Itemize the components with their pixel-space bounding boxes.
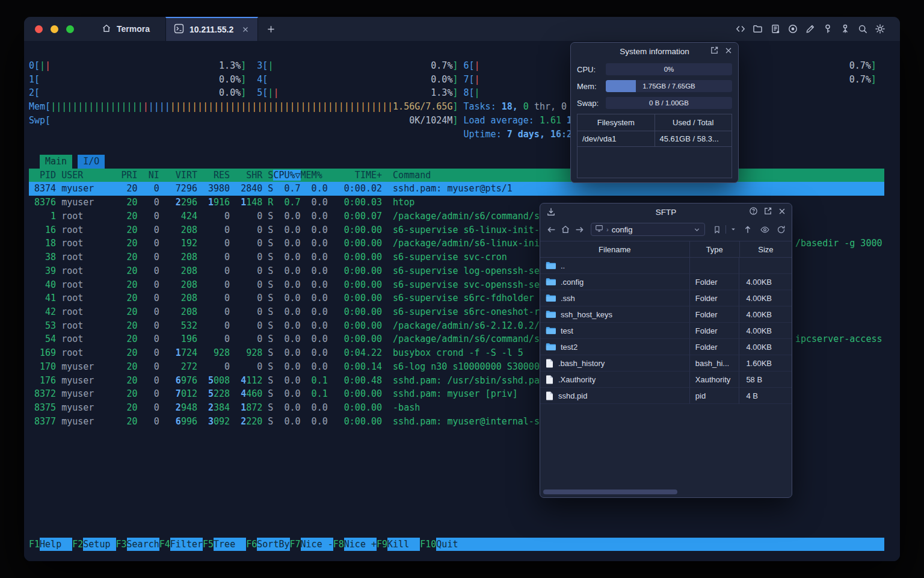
fkey-f4[interactable]: F4 xyxy=(159,538,170,551)
fkey-f1[interactable]: F1 xyxy=(29,538,40,551)
fkey-label-nice[interactable]: Nice + xyxy=(344,538,377,551)
horizontal-scrollbar[interactable] xyxy=(543,489,677,494)
type-column-header[interactable]: Type xyxy=(690,241,740,257)
filesystem-name: /dev/vda1 xyxy=(578,131,655,147)
file-name: ssh_host_keys xyxy=(561,310,612,319)
file-row[interactable]: test2Folder4.00KB xyxy=(540,339,792,355)
tab-termora-home[interactable]: Termora xyxy=(86,17,165,41)
file-row[interactable]: .sshFolder4.00KB xyxy=(540,290,792,306)
settings-icon[interactable] xyxy=(875,23,886,34)
fkey-label-kill[interactable]: Kill xyxy=(387,538,420,551)
new-tab-button[interactable] xyxy=(258,17,284,41)
htop-tab-main[interactable]: Main xyxy=(40,155,72,169)
show-hidden-eye-icon[interactable] xyxy=(760,225,770,235)
maximize-window-button[interactable] xyxy=(66,25,74,33)
folder-icon xyxy=(546,278,556,286)
cpu-usage-row: CPU: 0% xyxy=(577,63,732,75)
cpu-usage-bar: 0% xyxy=(606,63,732,75)
mem-usage-value: 1.75GB / 7.65GB xyxy=(606,80,732,92)
file-type: Folder xyxy=(690,339,740,355)
file-size: 4.00KB xyxy=(739,290,792,306)
fkey-f5[interactable]: F5 xyxy=(203,538,214,551)
fkey-f3[interactable]: F3 xyxy=(116,538,127,551)
htop-tab-io[interactable]: I/O xyxy=(78,155,105,169)
file-row[interactable]: .bash_historybash_hi...1.60KB xyxy=(540,355,792,371)
fkey-label-tree[interactable]: Tree xyxy=(214,538,246,551)
fkey-label-setup[interactable]: Setup xyxy=(83,538,116,551)
file-name: .ssh xyxy=(561,294,575,303)
close-icon[interactable] xyxy=(724,46,733,57)
system-information-title: System information xyxy=(620,47,689,56)
path-input[interactable]: › config xyxy=(591,223,705,236)
file-name: .. xyxy=(561,261,565,270)
file-icon xyxy=(546,391,553,400)
download-icon[interactable] xyxy=(546,204,556,220)
folder-icon xyxy=(546,343,556,351)
open-in-window-icon[interactable] xyxy=(763,207,772,217)
sort-column-cpu[interactable]: CPU%▽ xyxy=(273,170,300,181)
record-icon[interactable] xyxy=(787,23,798,34)
file-row[interactable]: ssh_host_keysFolder4.00KB xyxy=(540,306,792,323)
open-in-window-icon[interactable] xyxy=(710,46,719,57)
file-row[interactable]: .. xyxy=(540,258,792,274)
fkey-f9[interactable]: F9 xyxy=(377,538,387,551)
file-name: .bash_history xyxy=(558,359,605,368)
filesystem-column-header[interactable]: Filesystem xyxy=(578,114,655,131)
file-name: test2 xyxy=(561,343,578,352)
size-column-header[interactable]: Size xyxy=(740,241,792,257)
notes-icon[interactable] xyxy=(770,23,781,34)
home-icon xyxy=(102,23,111,35)
filename-column-header[interactable]: Filename xyxy=(540,241,690,257)
refresh-icon[interactable] xyxy=(777,225,786,234)
chevron-down-icon[interactable] xyxy=(693,226,701,234)
swap-usage-bar: 0 B / 1.00GB xyxy=(606,97,732,109)
search-icon[interactable] xyxy=(857,23,868,34)
forward-icon[interactable] xyxy=(574,225,585,235)
file-row[interactable]: .configFolder4.00KB xyxy=(540,274,792,290)
back-icon[interactable] xyxy=(546,225,556,235)
file-size: 1.60KB xyxy=(739,355,792,371)
folder-icon[interactable] xyxy=(753,23,763,34)
sftp-title: SFTP xyxy=(656,208,677,217)
close-window-button[interactable] xyxy=(35,25,43,33)
used-total-column-header[interactable]: Used / Total xyxy=(655,114,732,131)
parent-directory-icon[interactable] xyxy=(743,225,753,234)
tab-close-icon[interactable] xyxy=(241,25,250,34)
computer-icon xyxy=(595,224,603,235)
fkey-label-filter[interactable]: Filter xyxy=(170,538,203,551)
bookmark-caret-icon[interactable] xyxy=(730,226,736,232)
sftp-titlebar[interactable]: SFTP xyxy=(540,204,792,220)
file-row[interactable]: testFolder4.00KB xyxy=(540,323,792,339)
fkey-label-nice[interactable]: Nice - xyxy=(301,538,333,551)
fkey-f10[interactable]: F10 xyxy=(420,538,436,551)
file-name: .config xyxy=(561,278,584,287)
home-icon[interactable] xyxy=(561,225,570,234)
file-row[interactable]: .XauthorityXauthority58 B xyxy=(540,371,792,388)
code-icon[interactable] xyxy=(735,23,746,34)
fkey-f7[interactable]: F7 xyxy=(290,538,301,551)
process-row[interactable]: 8374 myuser 20 0 7296 3980 2840 S 0.7 0.… xyxy=(29,182,884,196)
fkey-label-help[interactable]: Help xyxy=(40,538,72,551)
system-information-titlebar[interactable]: System information xyxy=(571,43,738,60)
fkey-label-quit[interactable]: Quit xyxy=(436,538,884,551)
fkey-label-search[interactable]: Search xyxy=(127,538,159,551)
folder-icon xyxy=(546,326,556,335)
fkey-f8[interactable]: F8 xyxy=(333,538,344,551)
file-row[interactable]: sshd.pidpid4 B xyxy=(540,388,792,404)
file-table-header: Filename Type Size xyxy=(540,241,792,258)
filesystem-row[interactable]: /dev/vda1 45.61GB / 58.3... xyxy=(578,131,732,147)
help-icon[interactable] xyxy=(749,207,758,217)
fkey-label-sortby[interactable]: SortBy xyxy=(257,538,289,551)
fkey-f2[interactable]: F2 xyxy=(72,538,83,551)
tab-session[interactable]: 10.211.55.2 xyxy=(165,17,258,41)
bookmark-icon[interactable] xyxy=(713,225,721,234)
file-type: Folder xyxy=(690,290,740,306)
mem-usage-bar: 1.75GB / 7.65GB xyxy=(606,80,732,92)
edit-icon[interactable] xyxy=(805,23,816,34)
minimize-window-button[interactable] xyxy=(51,25,58,33)
filesystem-table: Filesystem Used / Total /dev/vda1 45.61G… xyxy=(577,114,732,178)
fkey-f6[interactable]: F6 xyxy=(246,538,257,551)
close-icon[interactable] xyxy=(778,207,786,217)
key-icon[interactable] xyxy=(822,23,833,34)
keychain-icon[interactable] xyxy=(840,23,851,34)
